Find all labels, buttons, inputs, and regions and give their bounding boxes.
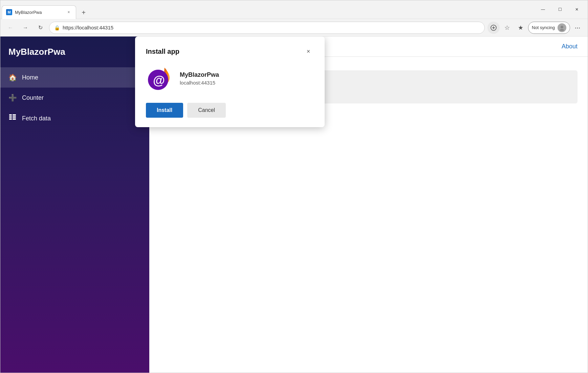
maximize-button[interactable]: ☐ bbox=[552, 4, 568, 15]
refresh-button[interactable]: ↻ bbox=[34, 22, 46, 34]
install-modal: Install app × @ bbox=[135, 37, 325, 127]
svg-point-4 bbox=[560, 29, 564, 31]
window-controls: — ☐ ✕ bbox=[535, 4, 588, 15]
collections-button[interactable]: ★ bbox=[515, 22, 527, 34]
forward-button[interactable]: → bbox=[19, 22, 31, 34]
new-tab-button[interactable]: + bbox=[78, 7, 90, 19]
toolbar-right: ☆ ★ Not syncing ··· bbox=[487, 22, 584, 34]
url-text: https://localhost:44315 bbox=[63, 25, 480, 30]
close-button[interactable]: ✕ bbox=[569, 4, 585, 15]
install-pwa-button[interactable] bbox=[487, 22, 500, 34]
tab-title: MyBlazorPwa bbox=[15, 10, 63, 15]
minimize-button[interactable]: — bbox=[535, 4, 551, 15]
modal-overlay: Install app × @ bbox=[0, 37, 588, 373]
app-details: MyBlazorPwa localhost:44315 bbox=[180, 71, 219, 86]
back-button[interactable]: ← bbox=[4, 22, 17, 34]
favorite-button[interactable]: ☆ bbox=[501, 22, 513, 34]
cancel-button[interactable]: Cancel bbox=[187, 103, 226, 118]
modal-actions: Install Cancel bbox=[146, 103, 314, 118]
address-bar: ← → ↻ 🔒 https://localhost:44315 ☆ ★ Not … bbox=[0, 19, 588, 37]
app-info: @ MyBlazorPwa localhost:44315 bbox=[146, 65, 314, 92]
modal-title: Install app bbox=[146, 48, 179, 55]
tab-area: M MyBlazorPwa × + bbox=[0, 0, 535, 19]
not-syncing-label: Not syncing bbox=[532, 25, 555, 30]
app-logo: @ bbox=[146, 65, 173, 92]
modal-close-button[interactable]: × bbox=[303, 46, 314, 57]
lock-icon: 🔒 bbox=[54, 25, 60, 30]
tab-favicon: M bbox=[6, 9, 12, 15]
profile-avatar bbox=[558, 23, 566, 32]
not-syncing-button[interactable]: Not syncing bbox=[528, 22, 570, 34]
browser-window: M MyBlazorPwa × + — ☐ ✕ ← → ↻ 🔒 https://… bbox=[0, 0, 588, 373]
title-bar: M MyBlazorPwa × + — ☐ ✕ bbox=[0, 0, 588, 19]
app-logo-container: @ bbox=[146, 65, 173, 92]
install-button[interactable]: Install bbox=[146, 103, 183, 118]
app-url: localhost:44315 bbox=[180, 80, 219, 86]
address-input[interactable]: 🔒 https://localhost:44315 bbox=[49, 22, 485, 34]
svg-point-3 bbox=[561, 26, 563, 28]
tab-close-button[interactable]: × bbox=[66, 9, 72, 15]
browser-content: MyBlazorPwa 🏠 Home ➕ Counter bbox=[0, 37, 588, 373]
app-name: MyBlazorPwa bbox=[180, 71, 219, 78]
svg-text:@: @ bbox=[153, 73, 165, 87]
more-button[interactable]: ··· bbox=[571, 22, 584, 34]
browser-tab[interactable]: M MyBlazorPwa × bbox=[2, 5, 76, 19]
modal-header: Install app × bbox=[146, 46, 314, 57]
